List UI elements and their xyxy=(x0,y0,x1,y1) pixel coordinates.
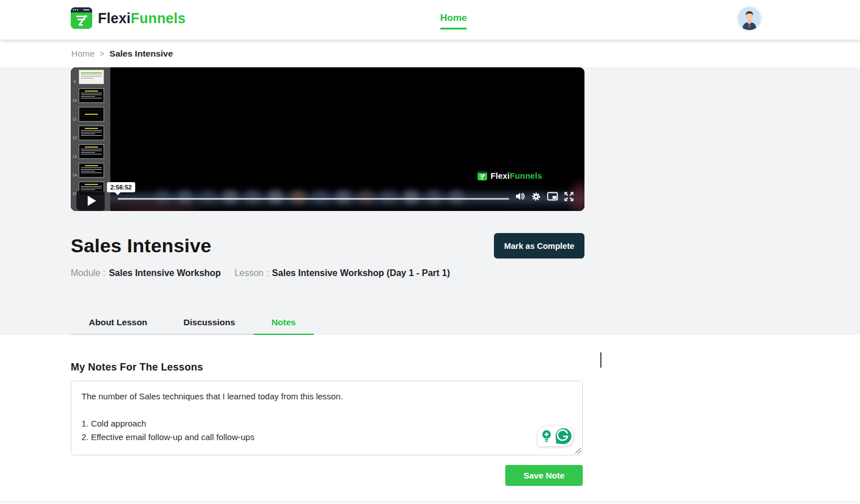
slide-image xyxy=(79,144,104,159)
video-time-tooltip: 2:56:52 xyxy=(107,182,135,192)
flexifunnels-icon xyxy=(71,7,92,29)
notes-heading: My Notes For The Lessons xyxy=(71,361,584,373)
breadcrumb: Home > Sales Intensive xyxy=(0,40,860,67)
slide-thumbnail[interactable]: 13 xyxy=(71,144,110,159)
tab-label: Discussions xyxy=(183,317,235,328)
tab-label: Notes xyxy=(272,317,296,328)
module-info: Module :Sales Intensive Workshop xyxy=(71,268,221,278)
slide-thumbnail[interactable]: 12 xyxy=(71,126,110,140)
slide-number: 14 xyxy=(71,173,79,178)
tab-notes[interactable]: Notes xyxy=(253,311,314,335)
text-caret xyxy=(600,352,601,368)
textarea-resize-handle[interactable] xyxy=(575,448,581,454)
nav-home-underline xyxy=(440,28,467,29)
breadcrumb-home[interactable]: Home xyxy=(71,49,94,59)
slide-image xyxy=(79,107,104,122)
tab-discussions[interactable]: Discussions xyxy=(165,311,253,335)
slide-number: 12 xyxy=(71,136,79,140)
page-title: Sales Intensive xyxy=(71,235,212,257)
footer-divider xyxy=(0,501,860,504)
grammarly-g-icon xyxy=(555,428,572,445)
notes-section: My Notes For The Lessons The number of S… xyxy=(0,335,860,504)
tabs: About LessonDiscussionsNotes xyxy=(71,311,314,335)
lesson-info: Lesson :Sales Intensive Workshop (Day 1 … xyxy=(234,268,450,278)
play-icon xyxy=(88,196,96,206)
note-textarea[interactable]: The number of Sales techniques that I le… xyxy=(71,381,583,455)
flexifunnels-watermark-icon xyxy=(478,171,487,180)
avatar-icon xyxy=(738,7,761,30)
brand-name: FlexiFunnels xyxy=(98,10,186,27)
grammarly-widget[interactable] xyxy=(538,426,574,446)
slide-thumbnail[interactable]: 9 xyxy=(71,70,110,84)
nav-home[interactable]: Home xyxy=(440,12,467,29)
pip-icon[interactable] xyxy=(547,192,558,201)
video-player[interactable]: 9101112131415 FlexiFunnels 2:56:52 xyxy=(71,67,584,211)
slide-image xyxy=(79,70,104,84)
slide-image xyxy=(79,88,104,103)
slide-image xyxy=(79,163,104,178)
slide-number: 10 xyxy=(71,98,79,103)
breadcrumb-current: Sales Intensive xyxy=(110,49,173,59)
video-watermark: FlexiFunnels xyxy=(478,171,542,180)
slide-thumbnail[interactable]: 14 xyxy=(71,163,110,178)
breadcrumb-separator: > xyxy=(100,49,104,58)
play-button[interactable] xyxy=(76,191,105,211)
volume-icon[interactable] xyxy=(515,191,525,201)
brand-logo[interactable]: FlexiFunnels xyxy=(71,7,186,29)
slide-thumbnail[interactable]: 10 xyxy=(71,88,110,103)
tab-label: About Lesson xyxy=(89,317,147,328)
fullscreen-icon[interactable] xyxy=(564,192,574,201)
video-slide-list[interactable]: 9101112131415 xyxy=(71,67,110,211)
slide-number: 13 xyxy=(71,154,79,159)
mark-as-complete-button[interactable]: Mark as Complete xyxy=(494,233,584,259)
save-note-button[interactable]: Save Note xyxy=(505,465,583,486)
user-avatar[interactable] xyxy=(738,7,761,30)
settings-icon[interactable] xyxy=(531,192,541,201)
slide-thumbnail[interactable]: 11 xyxy=(71,107,110,122)
slide-number: 9 xyxy=(71,80,79,84)
app-header: FlexiFunnels Home xyxy=(0,0,860,40)
slide-image xyxy=(79,126,104,140)
slide-number: 11 xyxy=(71,117,79,122)
tab-about-lesson[interactable]: About Lesson xyxy=(71,311,165,335)
video-progress-bar[interactable] xyxy=(118,198,509,200)
grammarly-suggestion-icon xyxy=(539,428,554,445)
lesson-main: 9101112131415 FlexiFunnels 2:56:52 xyxy=(0,67,860,335)
